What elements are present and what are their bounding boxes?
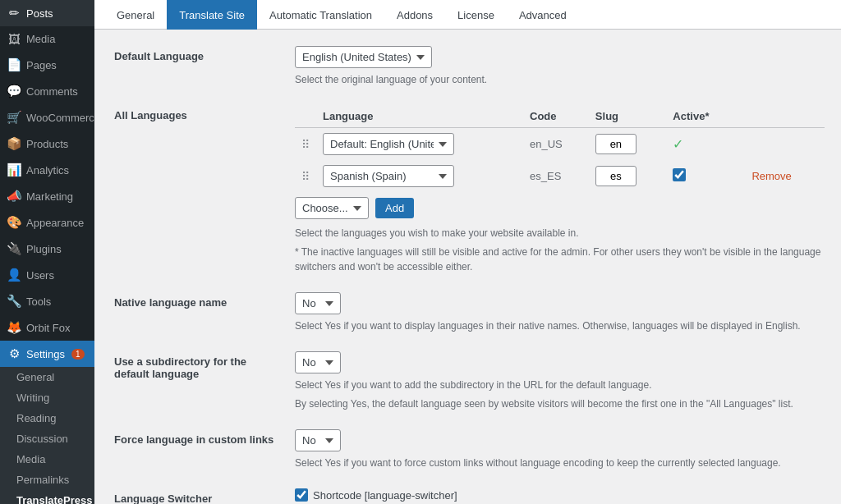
settings-submenu: General Writing Reading Discussion Media… bbox=[0, 367, 94, 504]
force-language-row: Force language in custom links No Yes Se… bbox=[114, 429, 825, 470]
native-language-control: No Yes Select Yes if you want to display… bbox=[295, 292, 825, 333]
sidebar-item-users[interactable]: 👤 Users bbox=[0, 262, 94, 288]
main-content: General Translate Site Automatic Transla… bbox=[94, 0, 841, 504]
subdirectory-control: No Yes Select Yes if you want to add the… bbox=[295, 351, 825, 411]
default-language-help: Select the original language of your con… bbox=[295, 72, 825, 87]
native-language-select[interactable]: No Yes bbox=[295, 292, 341, 314]
sidebar-item-products[interactable]: 📦 Products bbox=[0, 131, 94, 157]
posts-icon: ✏ bbox=[7, 6, 21, 21]
submenu-item-writing[interactable]: Writing bbox=[0, 387, 94, 408]
drag-handle-en[interactable]: ⠿ bbox=[301, 138, 310, 151]
settings-content: Default Language English (United States)… bbox=[94, 30, 841, 504]
submenu-item-permalinks[interactable]: Permalinks bbox=[0, 470, 94, 490]
active-checkbox-es[interactable] bbox=[673, 168, 686, 181]
sidebar-item-tools[interactable]: 🔧 Tools bbox=[0, 288, 94, 314]
all-languages-control: Language Code Slug Active* ⠿ De bbox=[295, 105, 825, 274]
default-language-label: Default Language bbox=[114, 46, 278, 62]
submenu-item-discussion[interactable]: Discussion bbox=[0, 428, 94, 449]
sidebar-item-posts[interactable]: ✏ Posts bbox=[0, 0, 94, 26]
add-language-button[interactable]: Add bbox=[375, 198, 414, 218]
add-language-row: Choose... Add bbox=[295, 197, 825, 219]
subdirectory-select[interactable]: No Yes bbox=[295, 351, 341, 373]
tab-advanced[interactable]: Advanced bbox=[507, 0, 579, 30]
col-active: Active* bbox=[666, 105, 737, 128]
tab-addons[interactable]: Addons bbox=[384, 0, 445, 30]
slug-input-en[interactable] bbox=[595, 134, 636, 154]
tab-automatic-translation[interactable]: Automatic Translation bbox=[257, 0, 384, 30]
col-language: Language bbox=[316, 105, 523, 128]
language-switcher-control: Shortcode [language-switcher] Flags with… bbox=[295, 488, 825, 504]
default-language-row: Default Language English (United States)… bbox=[114, 46, 825, 87]
languages-help2: * The inactive languages will still be v… bbox=[295, 245, 825, 274]
comments-icon: 💬 bbox=[7, 84, 21, 99]
language-switcher-row: Language Switcher Shortcode [language-sw… bbox=[114, 488, 825, 504]
subdirectory-row: Use a subdirectory for the default langu… bbox=[114, 351, 825, 411]
force-language-select[interactable]: No Yes bbox=[295, 429, 341, 451]
sidebar-item-pages[interactable]: 📄 Pages bbox=[0, 52, 94, 78]
native-language-row: Native language name No Yes Select Yes i… bbox=[114, 292, 825, 333]
sidebar-label-woocommerce: WooCommerce bbox=[26, 112, 94, 124]
language-select-en[interactable]: Default: English (United States) bbox=[323, 133, 454, 155]
col-slug: Slug bbox=[589, 105, 667, 128]
sidebar-label-comments: Comments bbox=[26, 85, 78, 98]
submenu-item-translatepress[interactable]: TranslatePress 1 bbox=[0, 490, 94, 504]
sidebar-item-orbit-fox[interactable]: 🦊 Orbit Fox bbox=[0, 314, 94, 341]
subdirectory-help2: By selecting Yes, the default language s… bbox=[295, 396, 825, 411]
sidebar-item-woocommerce[interactable]: 🛒 WooCommerce bbox=[0, 104, 94, 131]
sidebar-label-marketing: Marketing bbox=[26, 190, 73, 203]
submenu-item-media-sub[interactable]: Media bbox=[0, 449, 94, 470]
shortcode-option: Shortcode [language-switcher] bbox=[295, 488, 825, 502]
subdirectory-label: Use a subdirectory for the default langu… bbox=[114, 351, 278, 380]
orbit-fox-icon: 🦊 bbox=[7, 320, 21, 335]
sidebar-item-comments[interactable]: 💬 Comments bbox=[0, 78, 94, 104]
tab-translate-site[interactable]: Translate Site bbox=[167, 0, 257, 30]
pages-icon: 📄 bbox=[7, 57, 21, 72]
all-languages-row: All Languages Language Code Slug Active* bbox=[114, 105, 825, 274]
shortcode-checkbox[interactable] bbox=[295, 488, 308, 502]
tabs-bar: General Translate Site Automatic Transla… bbox=[94, 0, 841, 30]
sidebar-label-settings: Settings bbox=[26, 348, 65, 360]
tab-license[interactable]: License bbox=[445, 0, 507, 30]
force-language-label: Force language in custom links bbox=[114, 429, 278, 446]
shortcode-label: Shortcode [language-switcher] bbox=[313, 489, 457, 502]
sidebar-label-analytics: Analytics bbox=[26, 164, 69, 176]
all-languages-label: All Languages bbox=[114, 105, 278, 121]
sidebar-item-settings[interactable]: ⚙ Settings 1 bbox=[0, 341, 94, 367]
sidebar-label-products: Products bbox=[26, 138, 68, 150]
plugins-icon: 🔌 bbox=[7, 241, 21, 256]
sidebar-item-appearance[interactable]: 🎨 Appearance bbox=[0, 209, 94, 236]
sidebar-item-media[interactable]: 🖼 Media bbox=[0, 26, 94, 52]
sidebar-label-users: Users bbox=[26, 269, 54, 282]
marketing-icon: 📣 bbox=[7, 189, 21, 204]
default-language-control: English (United States) Select the origi… bbox=[295, 46, 825, 87]
sidebar-label-posts: Posts bbox=[26, 7, 53, 20]
appearance-icon: 🎨 bbox=[7, 215, 21, 230]
sidebar-label-media: Media bbox=[26, 33, 55, 45]
sidebar-label-appearance: Appearance bbox=[26, 217, 84, 229]
lang-code-en: en_US bbox=[530, 138, 563, 150]
tab-general[interactable]: General bbox=[104, 0, 167, 30]
submenu-item-general[interactable]: General bbox=[0, 367, 94, 387]
table-row: ⠿ Default: English (United States) en_US… bbox=[295, 128, 825, 161]
languages-table: Language Code Slug Active* ⠿ De bbox=[295, 105, 825, 192]
language-select-es[interactable]: Spanish (Spain) bbox=[323, 165, 454, 187]
media-icon: 🖼 bbox=[7, 32, 21, 46]
settings-icon: ⚙ bbox=[7, 346, 21, 361]
active-checkmark-en: ✓ bbox=[673, 137, 683, 151]
choose-language-select[interactable]: Choose... bbox=[295, 197, 369, 219]
slug-input-es[interactable] bbox=[595, 166, 636, 186]
subdirectory-help1: Select Yes if you want to add the subdir… bbox=[295, 378, 825, 392]
sidebar-label-tools: Tools bbox=[26, 296, 51, 308]
users-icon: 👤 bbox=[7, 268, 21, 282]
woocommerce-icon: 🛒 bbox=[7, 110, 21, 125]
col-code: Code bbox=[523, 105, 589, 128]
submenu-item-reading[interactable]: Reading bbox=[0, 408, 94, 428]
sidebar-item-plugins[interactable]: 🔌 Plugins bbox=[0, 236, 94, 262]
sidebar-item-marketing[interactable]: 📣 Marketing bbox=[0, 183, 94, 209]
sidebar-item-analytics[interactable]: 📊 Analytics bbox=[0, 157, 94, 183]
drag-handle-es[interactable]: ⠿ bbox=[301, 170, 310, 183]
default-language-select[interactable]: English (United States) bbox=[295, 46, 432, 68]
native-language-label: Native language name bbox=[114, 292, 278, 309]
remove-spanish-button[interactable]: Remove bbox=[751, 170, 791, 182]
sidebar: ✏ Posts 🖼 Media 📄 Pages 💬 Comments 🛒 Woo… bbox=[0, 0, 94, 504]
